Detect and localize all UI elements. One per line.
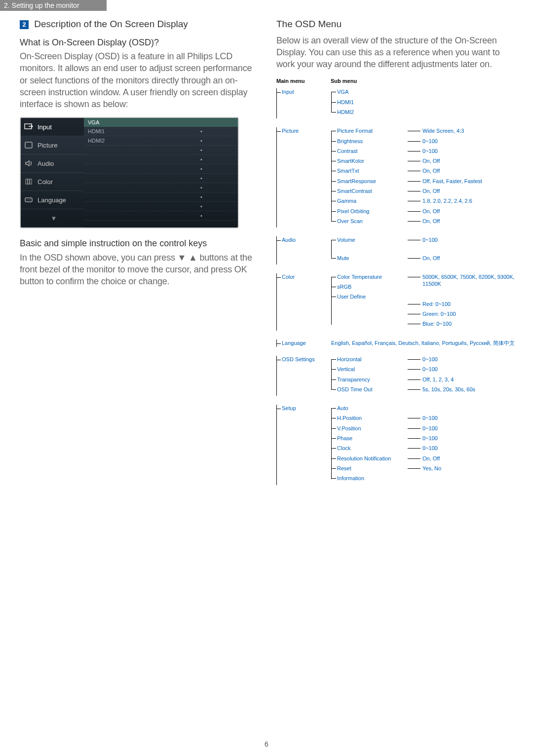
tree-val-item: 1.8, 2.0, 2.2, 2.4, 2.6 xyxy=(408,197,518,204)
osd-tab-language: Language xyxy=(21,191,84,209)
tree-val-col xyxy=(408,88,518,118)
osd-menu-title: The OSD Menu xyxy=(276,18,518,31)
tree-main-label: Picture xyxy=(276,127,331,227)
osd-selected-header: VGA xyxy=(84,118,161,127)
tree-sub-item: Transparency xyxy=(331,376,408,383)
tree-sub-item: Color Temperature xyxy=(331,273,408,280)
osd-tab-input: Input xyxy=(21,118,84,136)
tree-head-sub: Sub menu xyxy=(331,77,405,85)
tree-sub-item: SmartTxt xyxy=(331,167,408,174)
svg-point-8 xyxy=(30,200,31,201)
tree-sub-item: Vertical xyxy=(331,366,408,373)
osd-tab-audio: Audio xyxy=(21,154,84,173)
tree-val-item: 0~100 xyxy=(408,445,518,452)
tree-group: ColorColor TemperaturesRGBUser Define500… xyxy=(276,273,518,331)
tree-val-item xyxy=(408,99,518,106)
osd-tab-label: Input xyxy=(38,123,52,132)
tree-sub-item: Over Scan xyxy=(331,218,408,225)
tree-group: PicturePicture FormatBrightnessContrastS… xyxy=(276,127,518,227)
tree-sub-item: SmartResponse xyxy=(331,178,408,185)
tree-sub-item: sRGB xyxy=(331,283,408,290)
input-icon xyxy=(24,122,34,132)
tree-sub-item: Clock xyxy=(331,445,408,452)
tree-sub-item: Reset xyxy=(331,465,408,472)
tree-val-item: 0~100 xyxy=(408,236,518,243)
tree-sub-col: AutoH.PositionV.PositionPhaseClockResolu… xyxy=(331,405,408,485)
tree-main-label: Input xyxy=(276,88,331,118)
tree-sub-item: Phase xyxy=(331,435,408,442)
tree-val-item: Yes, No xyxy=(408,465,518,472)
tree-val-item xyxy=(408,88,518,95)
tree-val-item: Wide Screen, 4:3 xyxy=(408,127,518,134)
tree-sub-col: Color TemperaturesRGBUser Define xyxy=(331,273,408,331)
osd-tab-picture: Picture xyxy=(21,136,84,154)
svg-rect-2 xyxy=(26,179,28,184)
osd-tab-label: Color xyxy=(38,178,53,187)
tree-main-label: Audio xyxy=(276,236,331,265)
osd-tree: Main menu Sub menu InputVGAHDMI1HDMI2 Pi… xyxy=(276,77,518,485)
tree-val-item: 5s, 10s, 20s, 30s, 60s xyxy=(408,386,518,393)
tree-sub-col: Picture FormatBrightnessContrastSmartKol… xyxy=(331,127,408,227)
tree-sub-item: SmartContrast xyxy=(331,188,408,194)
tree-sub-item: Gamma xyxy=(331,197,408,204)
tree-val-col: 0~1000~1000~1000~100On, OffYes, No xyxy=(408,405,518,485)
tree-sub-item: User Define xyxy=(331,293,408,300)
tree-val-item: On, Off xyxy=(408,188,518,194)
color-icon xyxy=(24,177,34,187)
tree-val-item: Red: 0~100 xyxy=(408,301,518,307)
section-number: 2 xyxy=(20,20,29,29)
tree-sub-item: Picture Format xyxy=(331,127,408,134)
tree-sub-item: Information xyxy=(331,475,408,482)
tree-group: InputVGAHDMI1HDMI2 xyxy=(276,88,518,118)
tree-val-item: Off, 1, 2, 3, 4 xyxy=(408,376,518,383)
tree-sub-item: OSD Time Out xyxy=(331,386,408,393)
tree-group: AudioVolumeMute0~100On, Off xyxy=(276,236,518,265)
audio-icon xyxy=(24,158,34,168)
osd-tab-color: Color xyxy=(21,173,84,191)
tree-val-item xyxy=(408,109,518,115)
tree-sub-item: Pixel Orbiting xyxy=(331,208,408,215)
tree-val-item: On, Off xyxy=(408,167,518,174)
tree-head-main: Main menu xyxy=(276,77,331,85)
section-title-text: Description of the On Screen Display xyxy=(34,19,188,29)
tree-val-item: On, Off xyxy=(408,208,518,215)
tree-val-item xyxy=(408,405,518,412)
tree-val-col: 0~100On, Off xyxy=(408,236,518,265)
language-icon xyxy=(24,195,34,205)
tree-sub-item: HDMI2 xyxy=(331,109,408,115)
tree-sub-item: V.Position xyxy=(331,425,408,432)
tree-val-item: Blue: 0~100 xyxy=(408,320,518,327)
osd-screenshot: Input Picture Audio Color Language xyxy=(20,117,239,228)
tree-val-item: On, Off xyxy=(408,157,518,164)
osd-question-para: On-Screen Display (OSD) is a feature in … xyxy=(20,50,262,110)
tree-main-label: OSD Settings xyxy=(276,356,331,396)
tree-sub-item: Mute xyxy=(331,255,408,262)
section-title: 2 Description of the On Screen Display xyxy=(20,18,262,31)
tree-val-item: 0~100 xyxy=(408,138,518,145)
osd-row-value: HDMI1 xyxy=(84,127,161,136)
keys-title: Basic and simple instruction on the cont… xyxy=(20,237,262,249)
osd-tab-more: ▼ xyxy=(21,209,84,227)
osd-question-title: What is On-Screen Display (OSD)? xyxy=(20,37,262,48)
tree-sub-col: VGAHDMI1HDMI2 xyxy=(331,88,408,118)
tree-val-col: 5000K, 6500K, 7500K, 8200K, 9300K, 11500… xyxy=(408,273,518,331)
tree-inline-text: English, Español, Français, Deutsch, Ita… xyxy=(331,340,518,347)
svg-point-7 xyxy=(28,200,29,201)
tree-main-label: Color xyxy=(276,273,331,331)
tree-val-item: Off, Fast, Faster, Fastest xyxy=(408,178,518,185)
tree-sub-item: HDMI1 xyxy=(331,99,408,106)
tree-val-col: Wide Screen, 4:30~1000~100On, OffOn, Off… xyxy=(408,127,518,227)
tree-val-item: 0~100 xyxy=(408,356,518,363)
keys-para: In the OSD shown above, you can press ▼ … xyxy=(20,252,262,288)
tree-val-item: 0~100 xyxy=(408,435,518,442)
tree-sub-item: SmartKolor xyxy=(331,157,408,164)
tree-val-item: On, Off xyxy=(408,255,518,262)
tree-val-item: Green: 0~100 xyxy=(408,310,518,317)
tree-sub-item: Brightness xyxy=(331,138,408,145)
tree-val-col: 0~1000~100Off, 1, 2, 3, 45s, 10s, 20s, 3… xyxy=(408,356,518,396)
page-header-bar: 2. Setting up the monitor xyxy=(0,0,107,11)
tree-sub-item: Horizontal xyxy=(331,356,408,363)
tree-main-label: Language xyxy=(276,340,331,347)
osd-tab-label: Audio xyxy=(38,159,54,168)
picture-icon xyxy=(24,140,34,150)
